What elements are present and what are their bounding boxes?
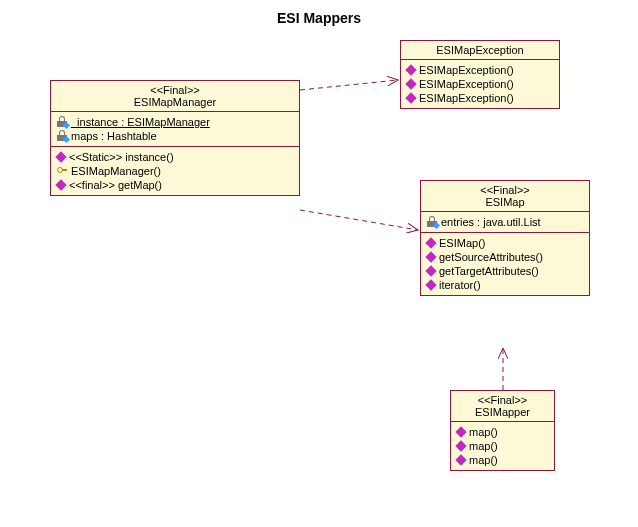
diamond-icon	[425, 251, 436, 262]
diamond-icon	[425, 237, 436, 248]
stereotype: <<Final>>	[57, 84, 293, 96]
dep-manager-exception	[300, 80, 398, 90]
class-esimapper: <<Final>> ESIMapper map() map() map()	[450, 390, 555, 471]
op-text: <<Static>> instance()	[69, 151, 174, 163]
diamond-icon	[455, 426, 466, 437]
diamond-icon	[405, 92, 416, 103]
dep-manager-map	[300, 210, 418, 230]
diamond-icon	[425, 265, 436, 276]
op-text: map()	[469, 440, 498, 452]
op-text: map()	[469, 454, 498, 466]
operations: map() map() map()	[451, 422, 554, 470]
op-text: iterator()	[439, 279, 481, 291]
attr-text: entries : java.util.List	[441, 216, 541, 228]
class-name: ESIMap	[427, 196, 583, 208]
key-icon	[57, 166, 67, 176]
stereotype: <<Final>>	[427, 184, 583, 196]
stereotype: <<Final>>	[457, 394, 548, 406]
op-text: ESIMap()	[439, 237, 485, 249]
diamond-icon	[55, 151, 66, 162]
diamond-icon	[55, 179, 66, 190]
operations: ESIMap() getSourceAttributes() getTarget…	[421, 233, 589, 295]
op-text: getSourceAttributes()	[439, 251, 543, 263]
class-esimapexception: ESIMapException ESIMapException() ESIMap…	[400, 40, 560, 109]
lock-icon	[57, 118, 67, 127]
op-text: ESIMapException()	[419, 78, 514, 90]
lock-icon	[427, 218, 437, 227]
class-esimap: <<Final>> ESIMap entries : java.util.Lis…	[420, 180, 590, 296]
op-text: map()	[469, 426, 498, 438]
class-name: ESIMapException	[407, 44, 553, 56]
diamond-icon	[455, 440, 466, 451]
diamond-icon	[405, 78, 416, 89]
class-name: ESIMapManager	[57, 96, 293, 108]
op-text: ESIMapException()	[419, 64, 514, 76]
operations: ESIMapException() ESIMapException() ESIM…	[401, 60, 559, 108]
attr-text: maps : Hashtable	[71, 130, 157, 142]
diamond-icon	[425, 279, 436, 290]
operations: <<Static>> instance() ESIMapManager() <<…	[51, 147, 299, 195]
diagram-title: ESI Mappers	[0, 10, 638, 26]
op-text: <<final>> getMap()	[69, 179, 162, 191]
diamond-icon	[405, 64, 416, 75]
class-esimapmanager: <<Final>> ESIMapManager _instance : ESIM…	[50, 80, 300, 196]
diamond-icon	[455, 454, 466, 465]
lock-icon	[57, 132, 67, 141]
attributes: _instance : ESIMapManager maps : Hashtab…	[51, 112, 299, 147]
class-name: ESIMapper	[457, 406, 548, 418]
op-text: getTargetAttributes()	[439, 265, 539, 277]
attributes: entries : java.util.List	[421, 212, 589, 233]
attr-text: _instance : ESIMapManager	[71, 116, 210, 128]
op-text: ESIMapManager()	[71, 165, 161, 177]
op-text: ESIMapException()	[419, 92, 514, 104]
